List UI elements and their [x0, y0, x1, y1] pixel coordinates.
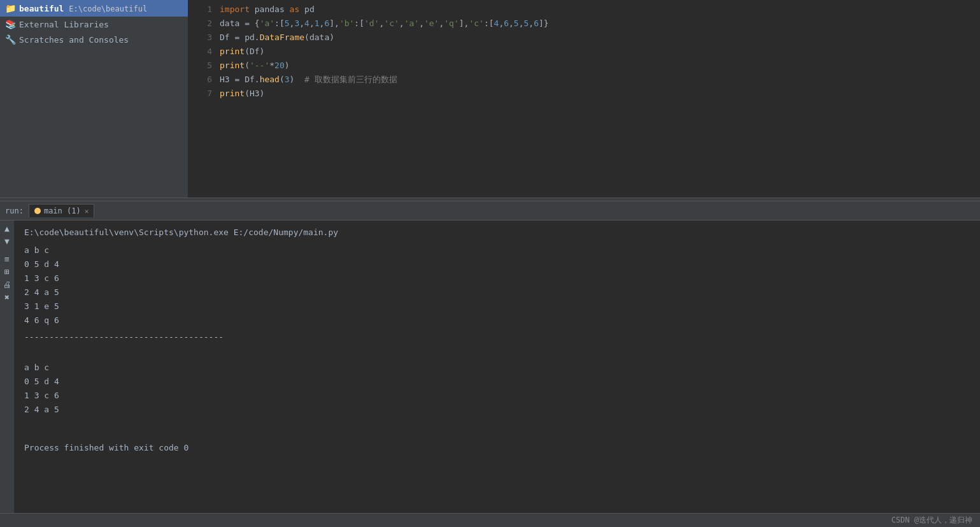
clear-button[interactable]: ✖ — [2, 292, 12, 302]
run-label: run: — [5, 206, 24, 215]
external-libraries-icon: 📚 — [5, 19, 16, 29]
run-toolbar: run: main (1) ✕ — [0, 201, 980, 220]
scroll-down-button[interactable]: ▼ — [2, 236, 12, 246]
console-head-row-0: 0 5 d 4 — [24, 375, 970, 389]
console-head-row-2: 2 4 a 5 — [24, 403, 970, 417]
console-table-row-3: 3 1 e 5 — [24, 300, 970, 314]
sidebar: 📁 beautiful E:\code\beautiful 📚 External… — [0, 0, 188, 198]
code-line-4: print(Df) — [220, 45, 967, 59]
sidebar-item-scratches-consoles-label: Scratches and Consoles — [19, 35, 129, 45]
console-separator: ---------------------------------------- — [24, 330, 970, 344]
console-footer-spacer — [24, 422, 970, 436]
code-editor[interactable]: 1 2 3 4 5 6 7 import pandas as pd data =… — [188, 0, 980, 198]
sidebar-item-external-libraries[interactable]: 📚 External Libraries — [0, 17, 188, 32]
soft-wrap-button[interactable]: ≡ — [2, 254, 12, 264]
console-side-toolbar: ▲ ▼ ≡ ⊞ 🖨 ✖ — [0, 220, 14, 513]
sidebar-item-external-libraries-label: External Libraries — [19, 20, 109, 29]
console-table-row-4: 4 6 q 6 — [24, 314, 970, 328]
console-table-row-0: 0 5 d 4 — [24, 257, 970, 271]
console-area: ▲ ▼ ≡ ⊞ 🖨 ✖ E:\code\beautiful\venv\Scrip… — [0, 220, 980, 513]
code-line-3: Df = pd.DataFrame(data) — [220, 31, 967, 45]
run-tab-icon — [34, 208, 41, 214]
watermark-text: CSDN @迭代人，递归神 — [891, 515, 972, 526]
console-output: E:\code\beautiful\venv\Scripts\python.ex… — [14, 220, 980, 513]
project-folder-icon: 📁 — [5, 3, 16, 13]
sidebar-item-scratches-consoles[interactable]: 🔧 Scratches and Consoles — [0, 32, 188, 47]
line-numbers: 1 2 3 4 5 6 7 — [188, 3, 220, 198]
run-tab-close-button[interactable]: ✕ — [85, 207, 89, 215]
process-finished-message: Process finished with exit code 0 — [24, 441, 970, 455]
console-table-row-1: 1 3 c 6 — [24, 271, 970, 285]
scroll-up-button[interactable]: ▲ — [2, 223, 12, 233]
console-table-head: a b c 0 5 d 4 1 3 c 6 2 4 a 5 — [24, 361, 970, 417]
console-head-row-1: 1 3 c 6 — [24, 389, 970, 403]
console-table-row-2: 2 4 a 5 — [24, 285, 970, 300]
console-table-full: a b c 0 5 d 4 1 3 c 6 2 4 a 5 3 1 e 5 4 … — [24, 243, 970, 328]
console-head-header: a b c — [24, 361, 970, 375]
run-tab-name: main (1) — [44, 206, 81, 215]
code-line-5: print('--'*20) — [220, 59, 967, 73]
console-table-header: a b c — [24, 243, 970, 257]
console-command: E:\code\beautiful\venv\Scripts\python.ex… — [24, 226, 970, 240]
code-line-7: print(H3) — [220, 87, 967, 101]
console-empty-line — [24, 347, 970, 361]
run-tab[interactable]: main (1) ✕ — [29, 204, 94, 217]
expand-button[interactable]: ⊞ — [2, 266, 12, 277]
project-root-item[interactable]: 📁 beautiful E:\code\beautiful — [0, 0, 188, 17]
code-content[interactable]: import pandas as pd data = {'a':[5,3,4,1… — [220, 3, 980, 198]
status-bar: CSDN @迭代人，递归神 — [0, 513, 980, 527]
scratches-consoles-icon: 🔧 — [5, 34, 16, 45]
code-line-6: H3 = Df.head(3) # 取数据集前三行的数据 — [220, 73, 967, 87]
project-root-label: beautiful E:\code\beautiful — [19, 4, 147, 13]
print-button[interactable]: 🖨 — [2, 279, 12, 289]
code-line-2: data = {'a':[5,3,4,1,6],'b':['d','c','a'… — [220, 17, 967, 31]
code-line-1: import pandas as pd — [220, 3, 967, 17]
